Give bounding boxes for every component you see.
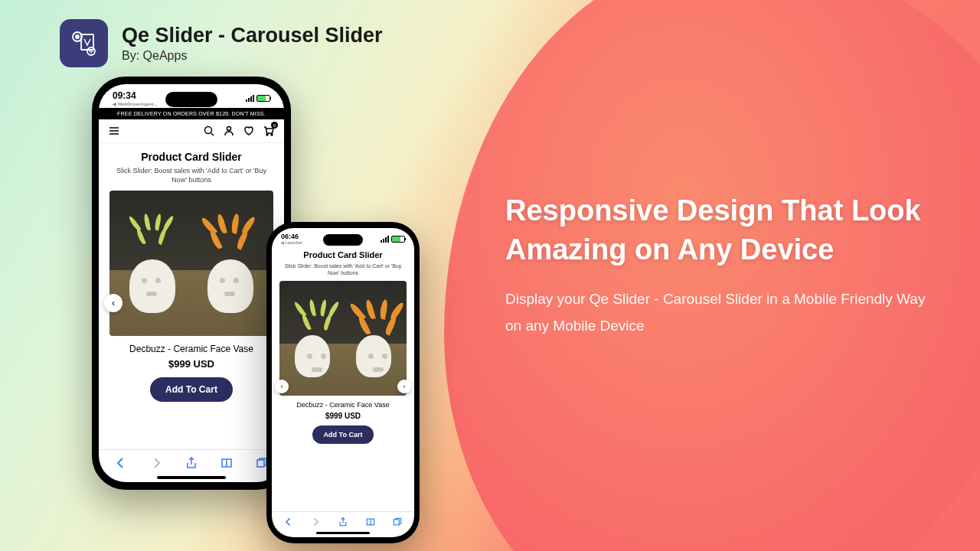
back-icon[interactable] [114, 456, 128, 470]
menu-icon[interactable] [108, 125, 120, 137]
dynamic-island [165, 92, 217, 107]
browser-toolbar [272, 511, 414, 530]
product-image[interactable] [109, 191, 273, 336]
slider-subtitle: Slick Slider: Boost sales with 'Add to C… [109, 166, 273, 184]
home-indicator [316, 532, 370, 534]
svg-point-4 [205, 127, 212, 134]
signal-icon [381, 236, 389, 243]
status-time: 09:34 [113, 90, 136, 101]
hero-subtext: Display your Qe Slider - Carousel Slider… [505, 285, 934, 339]
signal-icon [246, 95, 254, 102]
slider-subtitle: Slick Slider: Boost sales with 'Add to C… [279, 262, 407, 277]
back-icon[interactable] [283, 517, 294, 527]
product-price: $999 USD [109, 358, 273, 370]
dynamic-island [323, 234, 363, 246]
site-header [99, 119, 284, 143]
app-title: Qe Slider - Carousel Slider [122, 24, 383, 47]
hero-text: Responsive Design That Look Amazing on A… [505, 191, 934, 339]
add-to-cart-button[interactable]: Add To Cart [150, 377, 233, 402]
product-name: Decbuzz - Ceramic Face Vase [109, 344, 273, 354]
browser-toolbar [99, 449, 284, 474]
cart-icon[interactable] [263, 125, 275, 137]
page-content: Product Card Slider Slick Slider: Boost … [272, 246, 414, 511]
phone-small: 06:46◀ Launcher Product Card Slider Slic… [266, 222, 420, 543]
heart-icon[interactable] [243, 125, 255, 137]
app-author: By: QeApps [122, 49, 383, 63]
svg-rect-9 [394, 520, 400, 525]
share-icon[interactable] [338, 517, 348, 527]
add-to-cart-button[interactable]: Add To Cart [312, 425, 374, 444]
product-name: Decbuzz - Ceramic Face Vase [279, 401, 407, 409]
status-source: ◀ Launcher [281, 240, 302, 245]
product-image[interactable] [279, 281, 407, 396]
svg-point-6 [266, 134, 268, 135]
user-icon[interactable] [223, 125, 235, 137]
phone-large: 09:34◀ WebDriverAgent... FREE DELIVERY O… [92, 77, 291, 490]
app-icon [60, 19, 108, 67]
battery-icon [391, 236, 405, 243]
slider-title: Product Card Slider [109, 151, 273, 163]
promo-banner: FREE DELIVERY ON ORDERS OVER $120. DON'T… [99, 108, 284, 119]
status-indicators [246, 90, 270, 106]
carousel-prev-button[interactable]: ‹ [275, 380, 289, 393]
bookmarks-icon[interactable] [220, 456, 234, 470]
status-indicators [381, 233, 405, 245]
svg-point-1 [76, 35, 79, 38]
battery-icon [256, 95, 270, 102]
slider-title: Product Card Slider [279, 250, 407, 259]
page-content: Product Card Slider Slick Slider: Boost … [99, 143, 284, 449]
product-price: $999 USD [279, 412, 407, 420]
status-time: 06:46 [281, 233, 299, 240]
hero-heading: Responsive Design That Look Amazing on A… [505, 191, 934, 270]
status-source: ◀ WebDriverAgent... [113, 101, 158, 106]
svg-rect-8 [257, 460, 264, 467]
app-header: Qe Slider - Carousel Slider By: QeApps [60, 19, 383, 67]
share-icon[interactable] [185, 456, 198, 470]
home-indicator [157, 476, 226, 479]
forward-icon[interactable] [310, 517, 321, 527]
svg-point-7 [271, 134, 273, 135]
svg-point-5 [227, 127, 231, 131]
tabs-icon[interactable] [392, 517, 403, 527]
forward-icon[interactable] [149, 456, 163, 470]
bookmarks-icon[interactable] [365, 517, 376, 527]
carousel-next-button[interactable]: › [397, 380, 411, 393]
search-icon[interactable] [203, 125, 215, 137]
